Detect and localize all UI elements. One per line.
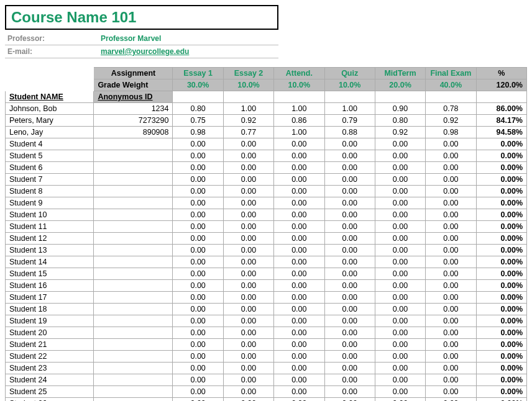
score-cell[interactable]: 0.00 bbox=[223, 221, 273, 233]
score-cell[interactable]: 0.00 bbox=[223, 138, 273, 150]
score-cell[interactable]: 0.00 bbox=[426, 292, 476, 304]
score-cell[interactable]: 0.00 bbox=[375, 374, 425, 386]
student-name-cell[interactable]: Student 5 bbox=[6, 150, 94, 162]
score-cell[interactable]: 0.00 bbox=[274, 138, 324, 150]
score-cell[interactable]: 0.00 bbox=[375, 174, 425, 186]
score-cell[interactable]: 0.00 bbox=[173, 186, 223, 197]
anon-id-cell[interactable] bbox=[94, 138, 173, 150]
student-name-cell[interactable]: Student 21 bbox=[6, 339, 94, 351]
anon-id-cell[interactable] bbox=[94, 304, 173, 315]
student-name-cell[interactable]: Peters, Mary bbox=[6, 115, 94, 127]
score-cell[interactable]: 0.00 bbox=[274, 233, 324, 245]
score-cell[interactable]: 0.75 bbox=[173, 115, 223, 127]
anon-id-cell[interactable] bbox=[94, 374, 173, 386]
anon-id-cell[interactable]: 1234 bbox=[94, 103, 173, 115]
score-cell[interactable]: 1.00 bbox=[274, 127, 324, 138]
score-cell[interactable]: 0.00 bbox=[426, 327, 476, 339]
student-name-cell[interactable]: Student 22 bbox=[6, 351, 94, 363]
score-cell[interactable]: 0.00 bbox=[173, 221, 223, 233]
student-name-cell[interactable]: Johnson, Bob bbox=[6, 103, 94, 115]
score-cell[interactable]: 0.00 bbox=[173, 398, 223, 402]
score-cell[interactable]: 0.00 bbox=[375, 386, 425, 398]
anon-id-cell[interactable] bbox=[94, 233, 173, 245]
score-cell[interactable]: 0.00 bbox=[426, 386, 476, 398]
anon-id-cell[interactable] bbox=[94, 268, 173, 280]
student-name-cell[interactable]: Student 4 bbox=[6, 138, 94, 150]
score-cell[interactable]: 0.77 bbox=[223, 127, 273, 138]
anon-id-cell[interactable] bbox=[94, 315, 173, 327]
score-cell[interactable]: 0.00 bbox=[324, 315, 375, 327]
score-cell[interactable]: 0.00 bbox=[324, 351, 375, 363]
score-cell[interactable]: 0.00 bbox=[223, 162, 273, 174]
score-cell[interactable]: 0.00 bbox=[375, 162, 425, 174]
score-cell[interactable]: 0.00 bbox=[375, 233, 425, 245]
score-cell[interactable]: 0.00 bbox=[375, 351, 425, 363]
score-cell[interactable]: 0.00 bbox=[223, 233, 273, 245]
anon-id-cell[interactable] bbox=[94, 363, 173, 374]
anon-id-cell[interactable] bbox=[94, 280, 173, 292]
student-name-cell[interactable]: Student 20 bbox=[6, 327, 94, 339]
score-cell[interactable]: 0.00 bbox=[173, 245, 223, 256]
score-cell[interactable]: 0.00 bbox=[274, 327, 324, 339]
score-cell[interactable]: 0.92 bbox=[426, 115, 476, 127]
score-cell[interactable]: 0.00 bbox=[173, 374, 223, 386]
score-cell[interactable]: 0.00 bbox=[274, 339, 324, 351]
score-cell[interactable]: 0.00 bbox=[223, 304, 273, 315]
anon-id-cell[interactable] bbox=[94, 197, 173, 209]
score-cell[interactable]: 0.00 bbox=[223, 292, 273, 304]
score-cell[interactable]: 0.00 bbox=[223, 351, 273, 363]
anon-id-cell[interactable] bbox=[94, 327, 173, 339]
score-cell[interactable]: 0.00 bbox=[223, 398, 273, 402]
score-cell[interactable]: 0.00 bbox=[426, 256, 476, 268]
score-cell[interactable]: 1.00 bbox=[324, 103, 375, 115]
score-cell[interactable]: 0.00 bbox=[324, 245, 375, 256]
score-cell[interactable]: 0.88 bbox=[324, 127, 375, 138]
score-cell[interactable]: 0.00 bbox=[173, 363, 223, 374]
score-cell[interactable]: 0.00 bbox=[426, 245, 476, 256]
score-cell[interactable]: 0.90 bbox=[375, 103, 425, 115]
score-cell[interactable]: 0.00 bbox=[324, 256, 375, 268]
score-cell[interactable]: 0.00 bbox=[426, 150, 476, 162]
score-cell[interactable]: 0.00 bbox=[324, 233, 375, 245]
score-cell[interactable]: 0.00 bbox=[173, 315, 223, 327]
score-cell[interactable]: 0.00 bbox=[426, 374, 476, 386]
score-cell[interactable]: 0.00 bbox=[375, 363, 425, 374]
score-cell[interactable]: 1.00 bbox=[223, 103, 273, 115]
score-cell[interactable]: 0.00 bbox=[324, 138, 375, 150]
score-cell[interactable]: 0.00 bbox=[173, 327, 223, 339]
student-name-cell[interactable]: Student 8 bbox=[6, 186, 94, 197]
student-name-cell[interactable]: Student 7 bbox=[6, 174, 94, 186]
score-cell[interactable]: 0.00 bbox=[274, 304, 324, 315]
score-cell[interactable]: 0.00 bbox=[426, 138, 476, 150]
anon-id-cell[interactable]: 7273290 bbox=[94, 115, 173, 127]
score-cell[interactable]: 0.00 bbox=[324, 339, 375, 351]
student-name-cell[interactable]: Student 15 bbox=[6, 268, 94, 280]
anon-id-cell[interactable] bbox=[94, 256, 173, 268]
score-cell[interactable]: 0.00 bbox=[324, 363, 375, 374]
score-cell[interactable]: 0.00 bbox=[375, 197, 425, 209]
score-cell[interactable]: 0.00 bbox=[223, 197, 273, 209]
score-cell[interactable]: 0.00 bbox=[324, 174, 375, 186]
student-name-cell[interactable]: Student 9 bbox=[6, 197, 94, 209]
score-cell[interactable]: 0.00 bbox=[173, 292, 223, 304]
score-cell[interactable]: 0.00 bbox=[324, 292, 375, 304]
score-cell[interactable]: 0.00 bbox=[324, 162, 375, 174]
score-cell[interactable]: 0.00 bbox=[223, 280, 273, 292]
anon-id-cell[interactable] bbox=[94, 398, 173, 402]
score-cell[interactable]: 0.00 bbox=[375, 150, 425, 162]
score-cell[interactable]: 0.00 bbox=[426, 221, 476, 233]
anon-id-cell[interactable] bbox=[94, 351, 173, 363]
score-cell[interactable]: 0.00 bbox=[324, 304, 375, 315]
anon-id-cell[interactable] bbox=[94, 209, 173, 221]
email-link[interactable]: marvel@yourcollege.edu bbox=[101, 47, 189, 56]
score-cell[interactable]: 0.86 bbox=[274, 115, 324, 127]
score-cell[interactable]: 0.00 bbox=[173, 150, 223, 162]
score-cell[interactable]: 0.00 bbox=[274, 363, 324, 374]
score-cell[interactable]: 0.00 bbox=[173, 174, 223, 186]
score-cell[interactable]: 0.00 bbox=[324, 327, 375, 339]
score-cell[interactable]: 0.00 bbox=[324, 197, 375, 209]
student-name-cell[interactable]: Student 18 bbox=[6, 304, 94, 315]
score-cell[interactable]: 0.92 bbox=[223, 115, 273, 127]
score-cell[interactable]: 0.00 bbox=[324, 398, 375, 402]
score-cell[interactable]: 0.00 bbox=[274, 162, 324, 174]
